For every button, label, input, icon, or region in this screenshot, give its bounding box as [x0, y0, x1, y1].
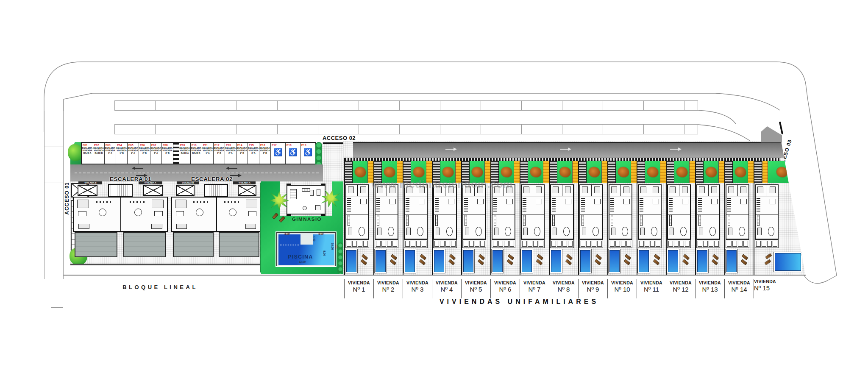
unit-label-9: VIVIENDA Nº 9 — [578, 279, 607, 298]
decor — [656, 241, 660, 247]
bath-icon — [389, 199, 396, 204]
house-floorplan — [492, 184, 515, 239]
porch — [375, 239, 398, 248]
decor — [475, 241, 479, 247]
front-garden — [616, 161, 631, 183]
porch — [462, 239, 486, 248]
sofa-icon — [582, 228, 586, 235]
tree-icon — [735, 167, 746, 177]
front-strip — [550, 161, 578, 183]
stall-floor: 3º A — [154, 152, 158, 155]
pool — [346, 250, 356, 272]
dining-table-icon — [563, 227, 570, 236]
decor — [679, 241, 684, 247]
bed-icon — [348, 186, 354, 193]
backyard — [725, 248, 754, 275]
front-strip — [637, 161, 666, 183]
arrow-right-icon — [560, 149, 569, 150]
vivienda-word: VIVIENDA — [666, 280, 695, 285]
parking-stall-P03: P03 ESCALERA 1 VIVIENDA 1º A — [105, 143, 116, 164]
kitchen-counter — [223, 201, 239, 203]
unit-number: Nº 12 — [666, 286, 695, 293]
decor — [698, 241, 702, 247]
kitchen-counter — [757, 215, 760, 226]
wheelchair-icon: ♿ — [288, 147, 297, 158]
dim-label: 4.00 — [318, 233, 324, 236]
decor — [376, 241, 381, 247]
decor — [767, 241, 772, 247]
unit-number: Nº 13 — [696, 286, 724, 293]
sofa-icon — [151, 224, 162, 229]
vivienda-unit-9 — [578, 161, 607, 275]
decor — [562, 241, 567, 247]
decor — [685, 241, 690, 247]
decor — [533, 241, 538, 247]
vivienda-word: VIVIENDA — [579, 280, 607, 285]
unit-label-1: VIVIENDA Nº 1 — [344, 279, 373, 298]
stall-floor: 2º A — [131, 152, 135, 155]
stair-icon — [640, 198, 643, 212]
porch — [550, 239, 574, 248]
dining-table-icon — [446, 227, 453, 236]
kitchen-counter — [348, 215, 350, 226]
sofa-icon — [465, 228, 469, 235]
kitchen-counter — [435, 215, 438, 226]
corner-curve-2 — [804, 275, 837, 283]
bed-icon — [175, 200, 186, 208]
gym-equipment — [303, 206, 307, 210]
right-street-outer — [808, 100, 837, 276]
bed-icon — [670, 186, 676, 193]
bloque-lineal-label: BLOQUE LINEAL — [122, 284, 198, 290]
stall-floor: 3º B — [165, 152, 170, 155]
driveway — [579, 161, 587, 183]
front-garden — [733, 161, 748, 183]
gym-equipment — [290, 189, 297, 199]
bath-icon — [176, 211, 184, 216]
unit-label-2: VIVIENDA Nº 2 — [373, 279, 403, 298]
decor — [639, 241, 644, 247]
porch — [345, 239, 369, 248]
tree-icon — [706, 167, 717, 177]
unit-label-3: VIVIENDA Nº 3 — [403, 279, 432, 298]
vivienda-word: VIVIENDA — [345, 280, 373, 285]
vivienda-unit-11 — [637, 161, 666, 275]
driveway — [520, 161, 528, 183]
apartment-unit — [216, 198, 260, 231]
parking-stall-P02: P02 ESCALERA 1 VIVIENDA BAJO B — [93, 143, 105, 164]
unit-label-11: VIVIENDA Nº 11 — [637, 279, 666, 298]
stair-icon — [523, 198, 526, 212]
lift-shaft — [143, 185, 163, 196]
bath-icon — [448, 199, 454, 204]
sofa-icon — [78, 224, 89, 229]
kitchen-counter — [193, 201, 209, 203]
sofa-icon — [670, 228, 674, 235]
unit-label-7: VIVIENDA Nº 7 — [520, 279, 549, 298]
decor — [347, 241, 351, 247]
bath-icon — [653, 199, 659, 204]
bath-icon — [477, 199, 484, 204]
unit-label-4: VIVIENDA Nº 4 — [432, 279, 461, 298]
escalera-02-label: ESCALERA 02 — [191, 176, 233, 182]
sidewalk-strip-top — [114, 100, 698, 111]
lane-rope — [280, 245, 299, 245]
driveway — [754, 161, 762, 183]
pool — [551, 250, 561, 272]
bath-icon — [682, 199, 688, 204]
decor — [610, 241, 615, 247]
sun-lounger-icon — [764, 259, 771, 265]
backyard — [462, 248, 490, 275]
sofa-icon — [406, 228, 411, 235]
pergola — [601, 161, 607, 183]
outer-curb — [44, 62, 808, 132]
pool-water — [278, 234, 334, 265]
backyard — [696, 248, 724, 275]
porch — [579, 239, 603, 248]
backyard — [520, 248, 549, 275]
pergola — [660, 161, 666, 183]
tree-icon — [589, 167, 600, 177]
kitchen-counter — [669, 215, 672, 226]
decor — [674, 241, 679, 247]
bath-icon — [154, 211, 163, 216]
pool — [697, 250, 707, 272]
front-strip — [579, 161, 607, 183]
